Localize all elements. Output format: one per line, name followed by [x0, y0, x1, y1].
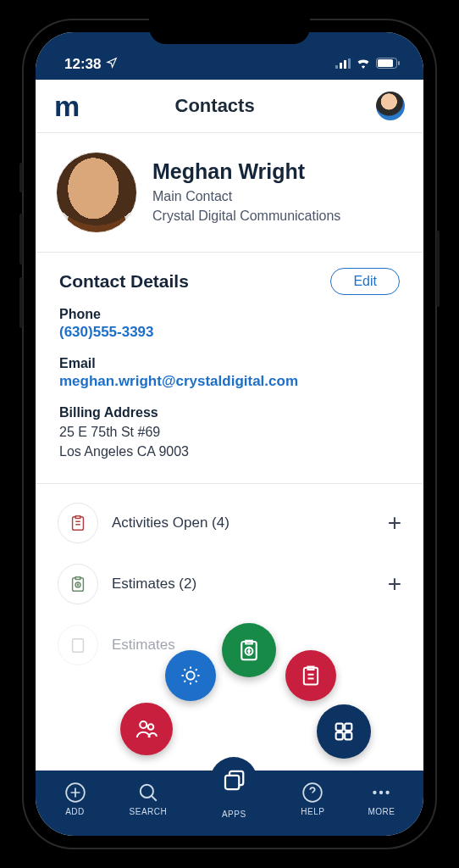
svg-rect-0	[335, 65, 338, 69]
plus-icon[interactable]: +	[388, 509, 401, 537]
svg-point-12	[148, 724, 154, 730]
cellular-icon	[335, 56, 351, 73]
activities-label: Activities Open (4)	[112, 515, 374, 531]
billing-label: Billing Address	[59, 405, 400, 420]
nav-more[interactable]: MORE	[368, 782, 395, 816]
svg-rect-10	[73, 639, 84, 653]
activities-icon	[58, 503, 98, 543]
nav-more-label: MORE	[368, 807, 395, 816]
fab-notes[interactable]	[285, 650, 336, 701]
contact-role: Main Contact	[152, 187, 340, 206]
svg-rect-3	[348, 58, 351, 69]
fab-invoice[interactable]	[222, 623, 276, 677]
battery-icon	[376, 56, 400, 73]
edit-button[interactable]: Edit	[330, 268, 400, 295]
nav-apps[interactable]: APPS	[210, 757, 257, 819]
contact-hero: Meghan Wright Main Contact Crystal Digit…	[36, 133, 423, 253]
svg-point-13	[186, 671, 194, 679]
volume-down-button	[19, 277, 23, 328]
nav-help[interactable]: HELP	[301, 782, 324, 816]
estimates-icon	[58, 625, 98, 665]
nav-search-label: SEARCH	[130, 807, 168, 816]
wifi-icon	[356, 56, 371, 73]
svg-rect-2	[344, 60, 346, 69]
contact-name: Meghan Wright	[152, 159, 340, 184]
content-area: Meghan Wright Main Contact Crystal Digit…	[36, 133, 423, 771]
fab-idea[interactable]	[165, 650, 216, 701]
svg-rect-6	[398, 61, 400, 65]
list-row-estimates[interactable]: Estimates (2) +	[54, 554, 405, 615]
nav-add[interactable]: ADD	[64, 782, 86, 816]
nav-add-label: ADD	[65, 807, 85, 816]
phone-value[interactable]: (630)555-3393	[59, 324, 400, 341]
app-header: m Contacts	[36, 80, 423, 133]
svg-point-27	[386, 791, 390, 794]
svg-rect-18	[345, 724, 351, 731]
user-avatar[interactable]	[376, 92, 405, 120]
svg-rect-19	[336, 732, 343, 739]
estimates-icon	[58, 564, 98, 604]
volume-up-button	[19, 214, 23, 264]
plus-icon[interactable]: +	[388, 570, 401, 598]
svg-point-25	[373, 791, 377, 794]
estimates-label: Estimates (2)	[112, 576, 374, 593]
device-notch	[149, 19, 310, 44]
fab-dashboard[interactable]	[317, 704, 371, 759]
contact-avatar[interactable]	[56, 152, 137, 233]
nav-help-label: HELP	[301, 807, 324, 816]
phone-frame: 12:38 m Contacts	[22, 19, 437, 849]
svg-rect-5	[378, 59, 393, 67]
nav-apps-label: APPS	[222, 810, 246, 819]
svg-point-11	[140, 721, 147, 728]
email-label: Email	[59, 356, 400, 371]
location-icon	[106, 56, 118, 73]
svg-rect-1	[340, 63, 342, 69]
svg-rect-23	[225, 776, 239, 789]
bottom-nav: ADD SEARCH APPS HELP MORE	[36, 771, 423, 836]
nav-search[interactable]: SEARCH	[130, 782, 168, 816]
mute-switch	[19, 163, 23, 192]
page-title: Contacts	[53, 95, 376, 117]
section-title: Contact Details	[59, 271, 189, 292]
fab-contacts[interactable]	[120, 703, 173, 755]
svg-rect-20	[345, 732, 351, 739]
contact-details-section: Contact Details Edit Phone (630)555-3393…	[36, 253, 423, 484]
billing-line2: Los Angeles CA 9003	[59, 442, 400, 461]
power-button	[436, 231, 440, 307]
phone-label: Phone	[59, 307, 400, 322]
billing-line1: 25 E 75th St #69	[59, 422, 400, 442]
list-row-activities[interactable]: Activities Open (4) +	[54, 492, 405, 554]
app-screen: 12:38 m Contacts	[36, 32, 423, 836]
status-time: 12:38	[64, 56, 101, 73]
svg-rect-17	[336, 724, 343, 731]
svg-point-22	[141, 785, 153, 798]
email-value[interactable]: meghan.wright@crystaldigital.com	[59, 373, 400, 390]
svg-point-26	[379, 791, 383, 794]
contact-company: Crystal Digital Communications	[152, 207, 340, 225]
